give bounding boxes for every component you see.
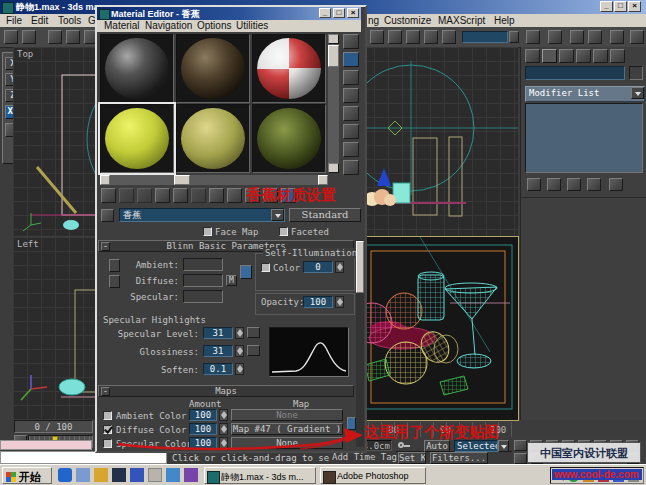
pin-stack-icon[interactable] bbox=[527, 178, 541, 191]
scroll-thumb[interactable] bbox=[174, 175, 190, 185]
show-map-in-viewport-icon[interactable] bbox=[227, 188, 242, 203]
object-name-field[interactable] bbox=[525, 66, 625, 80]
checkbox-face-map[interactable] bbox=[203, 227, 212, 236]
select-by-material-icon[interactable] bbox=[343, 160, 359, 175]
self-illum-value-field[interactable]: 0 bbox=[303, 261, 333, 273]
glossiness-spinner[interactable] bbox=[235, 345, 244, 357]
diffuse-color-swatch[interactable] bbox=[183, 274, 223, 287]
set-key-button[interactable]: Set K. bbox=[398, 452, 426, 464]
specular-amount-field[interactable]: 100 bbox=[189, 437, 217, 449]
ambient-color-swatch[interactable] bbox=[183, 258, 223, 271]
layer-manager-icon[interactable] bbox=[570, 30, 584, 44]
quicklaunch-icon[interactable] bbox=[184, 468, 198, 482]
make-preview-icon[interactable] bbox=[343, 124, 359, 139]
lock-diffuse-specular-icon[interactable] bbox=[109, 275, 120, 288]
menu-edit[interactable]: Edit bbox=[31, 15, 48, 26]
soften-field[interactable]: 0.1 bbox=[203, 363, 233, 375]
material-slot[interactable] bbox=[252, 104, 326, 173]
selection-sets-dropdown-icon[interactable] bbox=[509, 31, 519, 43]
redo-icon[interactable] bbox=[22, 30, 36, 44]
viewport-camera[interactable] bbox=[360, 237, 518, 420]
select-link-icon[interactable] bbox=[48, 30, 62, 44]
manipulate-icon[interactable] bbox=[442, 30, 456, 44]
window-crossing-icon[interactable] bbox=[424, 30, 438, 44]
frame-display[interactable]: 0 / 100 bbox=[14, 420, 93, 433]
me-close-icon[interactable]: × bbox=[347, 8, 359, 18]
viewport-front[interactable] bbox=[360, 47, 518, 236]
start-button[interactable]: 开始 bbox=[2, 467, 52, 484]
material-name-dropdown-arrow-icon[interactable] bbox=[271, 209, 284, 221]
tab-create-icon[interactable] bbox=[525, 49, 540, 63]
maps-lock-icon[interactable] bbox=[347, 417, 356, 430]
select-object-icon[interactable] bbox=[370, 30, 384, 44]
material-slot[interactable] bbox=[100, 34, 174, 103]
selected-dropdown-arrow-icon[interactable] bbox=[498, 440, 509, 452]
sample-uv-tiling-icon[interactable] bbox=[343, 88, 359, 103]
menu-rendering-partial[interactable]: ng bbox=[368, 15, 379, 26]
named-selection-sets-field[interactable] bbox=[462, 31, 508, 43]
quicklaunch-ie-icon[interactable] bbox=[58, 468, 72, 482]
macro-recorder-pane[interactable] bbox=[0, 440, 92, 450]
glossiness-field[interactable]: 31 bbox=[203, 345, 233, 357]
pick-material-eyedropper-icon[interactable] bbox=[101, 209, 114, 222]
material-name-dropdown[interactable]: 香蕉 bbox=[119, 208, 285, 222]
quicklaunch-icon[interactable] bbox=[130, 468, 144, 482]
show-end-result-icon[interactable] bbox=[547, 178, 561, 191]
ambient-amount-field[interactable]: 100 bbox=[189, 409, 217, 421]
me-menu-options[interactable]: Options bbox=[197, 20, 231, 31]
material-editor-icon[interactable] bbox=[630, 30, 644, 44]
modifier-list-dropdown[interactable]: Modifier List bbox=[525, 86, 645, 102]
opacity-spinner[interactable] bbox=[335, 296, 344, 308]
specular-color-swatch[interactable] bbox=[183, 290, 223, 303]
configure-modifier-sets-icon[interactable] bbox=[609, 178, 623, 191]
diffuse-amount-spinner[interactable] bbox=[219, 423, 228, 435]
self-illum-spinner[interactable] bbox=[335, 261, 344, 273]
unlink-icon[interactable] bbox=[66, 30, 80, 44]
specular-amount-spinner[interactable] bbox=[219, 437, 228, 449]
put-to-library-icon[interactable] bbox=[191, 188, 206, 203]
put-to-scene-icon[interactable] bbox=[119, 188, 134, 203]
checkbox-specular-map[interactable] bbox=[103, 439, 112, 448]
select-by-name-icon[interactable] bbox=[388, 30, 402, 44]
key-filters-button[interactable]: Filters... bbox=[430, 452, 488, 464]
material-slot[interactable] bbox=[252, 34, 326, 103]
me-minimize-icon[interactable]: _ bbox=[319, 8, 331, 18]
menu-tools[interactable]: Tools bbox=[58, 15, 81, 26]
scroll-up-icon[interactable] bbox=[328, 34, 339, 44]
material-editor-titlebar[interactable]: Material Editor - 香蕉 _ □ × bbox=[97, 7, 361, 20]
scroll-right-icon[interactable] bbox=[318, 175, 328, 185]
make-unique-material-icon[interactable] bbox=[173, 188, 188, 203]
selection-region-icon[interactable] bbox=[406, 30, 420, 44]
go-start-icon[interactable] bbox=[514, 440, 527, 451]
align-icon[interactable] bbox=[548, 30, 562, 44]
maps-rollout-header[interactable]: - Maps bbox=[98, 385, 354, 397]
params-scrollbar[interactable] bbox=[356, 240, 364, 447]
undo-icon[interactable] bbox=[4, 30, 18, 44]
soften-spinner[interactable] bbox=[235, 363, 244, 375]
chevron-down-icon[interactable] bbox=[631, 87, 644, 99]
reset-map-icon[interactable] bbox=[155, 188, 170, 203]
make-unique-icon[interactable] bbox=[567, 178, 581, 191]
scroll-thumb[interactable] bbox=[328, 45, 339, 67]
lock-ambient-diffuse-icon[interactable] bbox=[109, 259, 120, 272]
minimize-icon[interactable]: _ bbox=[600, 1, 613, 12]
me-menu-utilities[interactable]: Utilities bbox=[236, 20, 268, 31]
zoom-extents-icon[interactable] bbox=[514, 453, 527, 464]
diffuse-map-shortcut-button[interactable]: M bbox=[226, 275, 237, 286]
scroll-down-icon[interactable] bbox=[328, 163, 339, 173]
scroll-left-icon[interactable] bbox=[100, 175, 110, 185]
remove-modifier-icon[interactable] bbox=[587, 178, 601, 191]
slots-vertical-scrollbar[interactable] bbox=[328, 34, 339, 173]
diffuse-amount-field[interactable]: 100 bbox=[189, 423, 217, 435]
menu-maxscript[interactable]: MAXScript bbox=[438, 15, 485, 26]
specular-map-button[interactable]: None bbox=[231, 437, 343, 449]
material-slot-active[interactable] bbox=[100, 104, 174, 173]
modifier-stack[interactable] bbox=[525, 103, 643, 173]
curve-editor-icon[interactable] bbox=[588, 30, 602, 44]
maximize-icon[interactable]: □ bbox=[614, 1, 627, 12]
material-id-icon[interactable] bbox=[209, 188, 224, 203]
menu-help[interactable]: Help bbox=[494, 15, 515, 26]
tab-modify-icon[interactable] bbox=[542, 49, 557, 63]
quicklaunch-icon[interactable] bbox=[76, 468, 90, 482]
background-icon[interactable] bbox=[343, 70, 359, 85]
